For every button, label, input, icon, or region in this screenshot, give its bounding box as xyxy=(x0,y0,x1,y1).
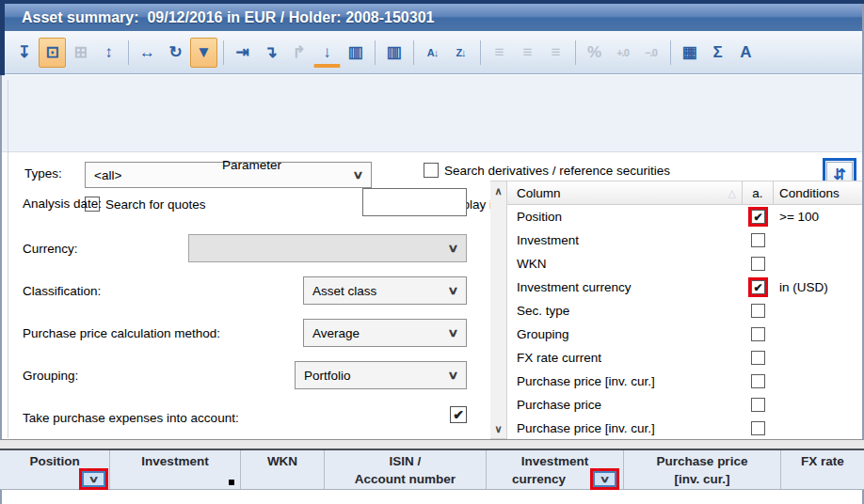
column-row-label[interactable]: Investment xyxy=(507,233,743,247)
column-row-label[interactable]: Purchase price xyxy=(507,398,743,412)
conditions-header-cell[interactable]: Conditions xyxy=(774,181,862,204)
column-active-checkbox[interactable] xyxy=(751,351,765,365)
font-icon[interactable]: A xyxy=(732,38,760,68)
column-row-purchase-price[interactable]: Purchase price xyxy=(507,393,862,417)
column-active-checkbox[interactable] xyxy=(751,233,765,247)
column-row-label[interactable]: Sec. type xyxy=(507,304,743,318)
groupbox-edge xyxy=(8,80,8,438)
parameter-section-title: Parameter xyxy=(222,158,281,172)
result-column-purchase-price[interactable]: Purchase price [inv. cur.] xyxy=(624,450,781,489)
scroll-down-icon[interactable]: ∨ xyxy=(490,419,506,438)
column-row-sec-type[interactable]: Sec. type xyxy=(507,299,862,323)
column-active-checkbox[interactable] xyxy=(751,374,765,388)
result-column-investment[interactable]: Investment xyxy=(110,450,241,489)
toolbar: ↧ ⊡ ⊞ ↕ ↔ ↻ ▼ ⇥ ↴ ↱ ↓ ▥ ▥ A↓ Z↓ ≡ ≡ ≡ % … xyxy=(5,31,862,74)
column-panel-scrollbar[interactable]: ∧ ∨ xyxy=(490,181,507,439)
purchase-method-label: Purchase price calculation method: xyxy=(23,326,220,340)
column-row-position[interactable]: Position >= 100 xyxy=(507,205,862,228)
column-row-label[interactable]: Position xyxy=(507,210,743,224)
purchase-method-dropdown[interactable]: Average ∨ xyxy=(303,319,467,347)
insert-column-right-icon[interactable]: ⇥ xyxy=(229,38,256,68)
checkbox-wrap xyxy=(751,233,765,247)
checkbox-wrap xyxy=(751,374,765,388)
sort-descending-icon[interactable]: Z↓ xyxy=(447,38,474,68)
annotation-red-box xyxy=(748,207,768,227)
classification-dropdown[interactable]: Asset class ∨ xyxy=(303,276,467,305)
checkbox-wrap xyxy=(751,304,765,318)
column-row-purchase-price-inv-cur-2[interactable]: Purchase price [inv. cur.] xyxy=(507,417,862,440)
column-row-fx-rate-current[interactable]: FX rate current xyxy=(507,346,862,370)
column-row-wkn[interactable]: WKN xyxy=(507,252,862,276)
column-condition[interactable]: >= 100 xyxy=(774,210,862,224)
position-filter-button[interactable]: ∨ xyxy=(82,471,105,487)
align-middle-icon: ≡ xyxy=(514,38,541,68)
drill-down-icon[interactable]: ↓ xyxy=(313,40,341,68)
column-panel-header: Column △ a. Conditions xyxy=(507,181,862,205)
title-bar: Asset summary: 09/12/2016 in EUR / Holde… xyxy=(5,4,862,31)
column-condition[interactable]: in (USD) xyxy=(774,280,862,294)
column-active-checkbox[interactable] xyxy=(751,421,765,435)
filter-section: Types: <all> ∨ Search for quotes Search … xyxy=(2,75,862,152)
column-active-checkbox[interactable] xyxy=(751,327,765,341)
marker-column-icon[interactable]: ▥ xyxy=(380,38,408,68)
remove-decimal-icon: −.0 xyxy=(637,38,664,68)
sort-ascending-icon[interactable]: A↓ xyxy=(419,38,446,68)
column-row-purchase-price-inv-cur[interactable]: Purchase price [inv. cur.] xyxy=(507,370,862,393)
expenses-checkbox[interactable] xyxy=(450,406,467,423)
analysis-date-input[interactable] xyxy=(362,188,467,216)
expenses-label: Take purchase expenses into account: xyxy=(23,411,239,425)
result-column-wkn[interactable]: WKN xyxy=(241,450,325,489)
search-derivatives-option: Search derivatives / reference securitie… xyxy=(424,163,670,178)
result-column-isin-account[interactable]: ISIN / Account number xyxy=(325,450,487,489)
percent-format-icon: % xyxy=(581,38,608,68)
classification-value: Asset class xyxy=(312,284,376,298)
fit-height-icon[interactable]: ↕ xyxy=(95,38,122,68)
currency-label: Currency: xyxy=(23,242,78,256)
column-row-label[interactable]: Grouping xyxy=(507,327,743,341)
fit-view-icon[interactable]: ⊡ xyxy=(39,38,66,68)
search-derivatives-checkbox[interactable] xyxy=(424,163,439,178)
column-active-checkbox[interactable] xyxy=(751,304,765,318)
refresh-icon[interactable]: ↻ xyxy=(162,38,189,68)
toolbar-separator xyxy=(223,40,224,65)
column-active-checkbox[interactable] xyxy=(751,210,765,224)
fit-width-icon[interactable]: ↔ xyxy=(134,38,161,68)
result-table-header: Position ∨ Investment WKN ISIN / Account… xyxy=(0,449,864,490)
column-row-label[interactable]: Purchase price [inv. cur.] xyxy=(507,374,743,388)
result-column-position[interactable]: Position ∨ xyxy=(0,450,110,489)
chevron-down-icon: ∨ xyxy=(447,242,458,255)
annotation-red-box: ∨ xyxy=(79,468,108,490)
column-header-label: Column xyxy=(517,186,561,200)
export-report-icon[interactable]: ↧ xyxy=(10,38,38,68)
column-active-checkbox[interactable] xyxy=(751,398,765,412)
column-row-investment[interactable]: Investment xyxy=(507,228,862,252)
checkbox-wrap xyxy=(751,351,765,365)
column-header-cell[interactable]: Column △ xyxy=(507,181,743,204)
investment-currency-filter-button[interactable]: ∨ xyxy=(593,471,616,487)
checkbox-wrap xyxy=(751,398,765,412)
sum-icon[interactable]: Σ xyxy=(704,38,731,68)
scroll-up-icon[interactable]: ∧ xyxy=(490,181,506,200)
result-column-investment-currency[interactable]: Investment currency ∨ xyxy=(487,450,624,489)
column-active-checkbox[interactable] xyxy=(751,257,765,271)
column-row-label[interactable]: Purchase price [inv. cur.] xyxy=(507,421,743,435)
purchase-method-value: Average xyxy=(312,326,360,340)
column-row-investment-currency[interactable]: Investment currency in (USD) xyxy=(507,276,862,299)
column-row-grouping[interactable]: Grouping xyxy=(507,323,862,346)
insert-row-down-icon[interactable]: ↴ xyxy=(257,38,284,68)
align-top-icon: ≡ xyxy=(486,38,513,68)
chart-columns-icon[interactable]: ▥ xyxy=(342,38,369,68)
column-row-label[interactable]: FX rate current xyxy=(507,351,743,365)
grouping-dropdown[interactable]: Portfolio ∨ xyxy=(295,361,467,389)
column-row-label[interactable]: Investment currency xyxy=(507,280,743,294)
filter-icon[interactable]: ▼ xyxy=(190,38,217,68)
column-active-checkbox[interactable] xyxy=(751,280,765,294)
grouping-value: Portfolio xyxy=(304,369,351,383)
active-header-cell[interactable]: a. xyxy=(743,181,774,204)
copy-structure-icon: ⊞ xyxy=(67,38,94,68)
result-column-fx-rate[interactable]: FX rate xyxy=(781,450,864,489)
grouping-label: Grouping: xyxy=(23,369,78,383)
column-row-label[interactable]: WKN xyxy=(507,257,743,271)
move-up-icon: ↱ xyxy=(285,38,312,68)
column-format-icon[interactable]: ▦ xyxy=(676,38,703,68)
